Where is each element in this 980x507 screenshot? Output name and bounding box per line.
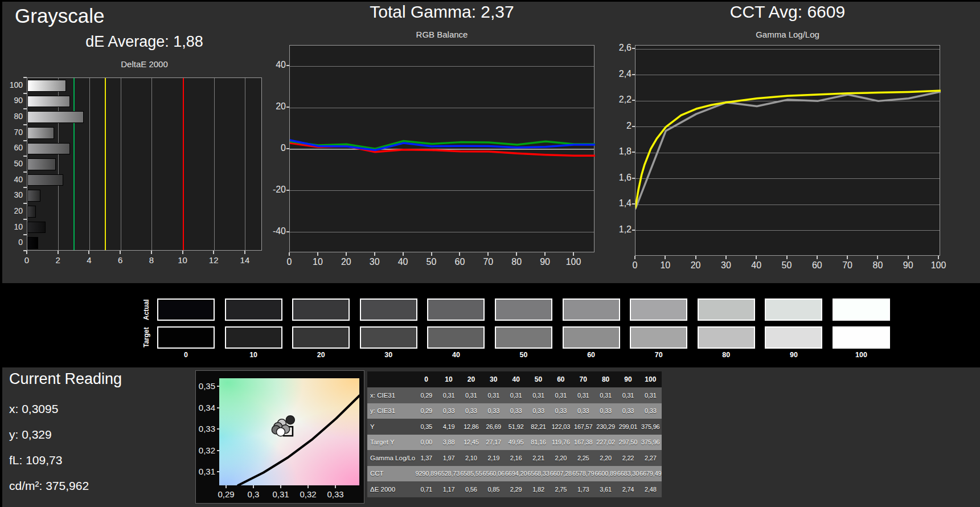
table-cell: 12,86: [460, 419, 482, 435]
swatch-level-label: 50: [495, 351, 552, 359]
table-cell: 0,31: [594, 387, 617, 403]
deltae-y-axis-label: 100: [0, 80, 23, 89]
cie-y-axis-label: 0,35: [196, 381, 215, 391]
rgb-balance-chart-y-axis-label: -20: [261, 185, 286, 195]
gamma-loglog-chart-y-axis-label: 1,2: [606, 224, 632, 235]
gamma-loglog-chart-x-tick: [908, 256, 909, 259]
deltae-bar-level-60: [27, 143, 70, 155]
gamma-loglog-chart-y-tick: [632, 152, 635, 153]
actual-swatch-60: [563, 299, 620, 321]
rgb-balance-chart-y-tick: [286, 65, 289, 66]
target-swatch-80: [698, 326, 755, 349]
target-swatch-60: [563, 326, 620, 349]
yellow-limit-line: [105, 78, 106, 250]
table-cell: 2,29: [505, 481, 527, 497]
cie-x-axis-label: 0,31: [269, 489, 292, 499]
rgb-balance-chart-lines: [290, 46, 595, 253]
table-cell: 6600,89: [594, 466, 617, 482]
table-cell: 4,19: [437, 419, 460, 435]
deltae-x-tick: [151, 251, 152, 254]
table-cell: 2,21: [527, 450, 550, 466]
table-cell: 81,16: [527, 435, 550, 451]
current-reading-x: x: 0,3095: [9, 402, 58, 416]
gamma-loglog-chart-y-axis-label: 2,2: [606, 95, 632, 105]
de-average-value: dE Average: 1,88: [27, 33, 262, 51]
cie-x-tick: [307, 485, 309, 488]
cie-y-axis-label: 0,32: [196, 445, 215, 455]
table-cell: 2,25: [572, 450, 594, 466]
table-cell: 0,33: [572, 403, 594, 419]
target-row-label: Target: [141, 326, 151, 349]
rgb-balance-chart-x-axis-label: 60: [449, 257, 470, 267]
table-col-header: 100: [639, 371, 662, 387]
cie-measured-point: [277, 428, 285, 436]
deltae-y-tick: [23, 124, 27, 125]
table-cell: 0,31: [505, 387, 527, 403]
table-cell: 122,03: [550, 419, 572, 435]
table-cell: 0,31: [482, 387, 505, 403]
rgb-balance-chart-x-axis-label: 10: [307, 257, 328, 267]
table-cell: 167,57: [572, 419, 594, 435]
page-title: Grayscale: [15, 5, 105, 27]
table-cell: 2,10: [460, 450, 482, 466]
measurement-table: 0102030405060708090100x: CIE310,290,310,…: [367, 371, 662, 497]
table-cell: 2,22: [617, 450, 639, 466]
table-cell: 0,33: [617, 403, 639, 419]
cct-avg-value: CCT Avg: 6609: [635, 2, 940, 22]
gamma-loglog-chart-x-axis-label: 70: [837, 260, 858, 271]
table-col-header: 60: [550, 371, 572, 387]
table-cell: 0,33: [594, 403, 617, 419]
gamma-loglog-chart-y-axis-label: 1,6: [606, 173, 632, 183]
table-cell: 0,31: [460, 387, 482, 403]
cie-overlay: [219, 378, 359, 485]
actual-row-label: Actual: [141, 299, 151, 321]
table-col-header: 20: [460, 371, 482, 387]
table-corner-cell: [367, 371, 415, 387]
gamma-loglog-chart-y-tick: [632, 126, 635, 127]
table-cell: 6578,79: [572, 466, 594, 482]
rgb-balance-chart-x-axis-label: 90: [535, 257, 555, 267]
table-cell: 119,76: [550, 435, 572, 451]
red-limit-line: [183, 78, 184, 250]
deltae-x-tick: [213, 251, 214, 254]
gamma-loglog-chart-title: Gamma Log/Log: [635, 30, 940, 39]
cie-plot: [219, 378, 359, 485]
deltae-bar-level-50: [27, 158, 56, 170]
rgb-balance-chart-x-axis-label: 50: [421, 257, 442, 267]
table-col-header: 50: [527, 371, 550, 387]
cie-x-axis-label: 0,3: [242, 489, 265, 499]
deltae-x-axis-label: 6: [112, 255, 129, 265]
actual-swatch-10: [225, 299, 282, 321]
gridline: [151, 78, 152, 250]
actual-swatch-40: [427, 299, 485, 321]
table-cell: 6568,33: [527, 466, 550, 482]
gamma-loglog-chart-x-axis-label: 30: [716, 260, 736, 271]
table-cell: 297,50: [617, 435, 639, 451]
gamma-loglog-chart-y-tick: [632, 178, 635, 179]
gridline: [121, 78, 121, 250]
table-cell: 3,61: [594, 481, 617, 497]
table-cell: 0,33: [460, 403, 482, 419]
rgb-balance-chart-y-tick: [286, 107, 289, 108]
swatch-level-label: 10: [225, 351, 282, 359]
deltae-x-tick: [182, 251, 183, 254]
deltae-y-tick: [23, 93, 27, 94]
gamma-loglog-chart-x-axis-label: 20: [686, 260, 706, 271]
cie-y-axis-label: 0,31: [196, 467, 215, 476]
deltae-x-tick: [26, 251, 27, 254]
rgb-balance-chart-y-tick: [286, 148, 289, 149]
table-cell: 2,74: [617, 481, 639, 497]
cie-chart-panel: 0,350,340,330,320,310,290,30,310,320,33: [195, 370, 364, 504]
table-cell: 6683,30: [617, 466, 639, 482]
deltae-x-axis-label: 4: [80, 255, 97, 265]
rgb-balance-chart: [289, 45, 594, 252]
gamma-loglog-chart-x-axis-label: 60: [807, 260, 827, 271]
table-col-header: 70: [572, 371, 594, 387]
deltae-bar-level-90: [27, 96, 70, 108]
table-cell: 6679,49: [639, 466, 662, 482]
table-cell: 1,73: [572, 481, 594, 497]
table-col-header: 80: [594, 371, 617, 387]
table-cell: 0,33: [550, 403, 572, 419]
gamma-loglog-chart-y-axis-label: 1,4: [606, 198, 632, 208]
gamma-loglog-chart-x-axis-label: 90: [898, 260, 919, 271]
